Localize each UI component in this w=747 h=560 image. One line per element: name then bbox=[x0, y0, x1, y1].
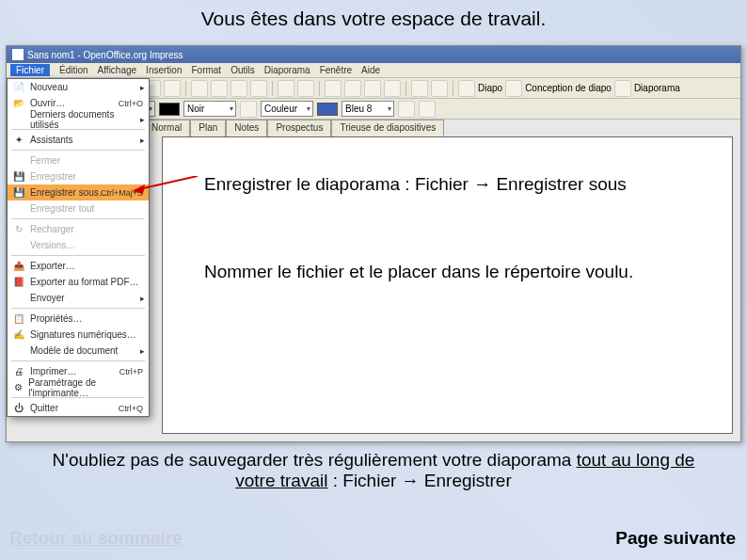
dd-envoyer[interactable]: Envoyer bbox=[8, 290, 149, 306]
dd-exporter[interactable]: 📤Exporter… bbox=[8, 258, 149, 274]
reminder-text: N'oubliez pas de sauvegarder très réguli… bbox=[38, 450, 709, 491]
doc-icon bbox=[12, 49, 24, 60]
print-icon: 🖨 bbox=[11, 365, 26, 378]
tb-color-name-1[interactable]: Noir bbox=[183, 101, 236, 117]
dd-enregistrer-tout[interactable]: Enregistrer tout bbox=[8, 200, 149, 216]
export-icon: 📤 bbox=[11, 260, 26, 273]
slide-canvas: Enregistrer le diaporama : Fichier → Enr… bbox=[162, 136, 733, 434]
tb-slideshow-icon[interactable] bbox=[614, 80, 631, 97]
separator bbox=[453, 81, 453, 96]
tab-plan[interactable]: Plan bbox=[190, 120, 226, 136]
nav-prev-link[interactable]: Retour au sommaire bbox=[9, 528, 183, 549]
printer-settings-icon: ⚙ bbox=[11, 381, 24, 394]
tb-diapo-label[interactable]: Diapo bbox=[478, 83, 502, 93]
tb-undo-icon[interactable] bbox=[278, 80, 294, 97]
separator bbox=[319, 81, 320, 96]
separator bbox=[272, 81, 273, 96]
svg-marker-1 bbox=[132, 184, 145, 194]
tb-diapo-icon[interactable] bbox=[458, 80, 475, 97]
menu-affichage[interactable]: Affichage bbox=[98, 65, 137, 75]
menu-format[interactable]: Format bbox=[191, 65, 221, 75]
tb-grid-icon[interactable] bbox=[419, 101, 436, 118]
slide-title: Vous êtes dans votre espace de travail. bbox=[0, 8, 747, 30]
dd-proprietes[interactable]: 📋Propriétés… bbox=[8, 311, 149, 327]
menu-insertion[interactable]: Insertion bbox=[146, 65, 182, 75]
tb-autospell-icon[interactable] bbox=[164, 80, 181, 97]
tb-fill-type[interactable]: Couleur bbox=[261, 101, 313, 117]
tb-conception-label[interactable]: Conception de diapo bbox=[525, 83, 612, 93]
dd-fermer[interactable]: Fermer bbox=[8, 152, 149, 168]
tb-fill-icon[interactable] bbox=[240, 101, 257, 118]
tb-design-icon[interactable] bbox=[505, 80, 522, 97]
signature-icon: ✍ bbox=[11, 328, 26, 342]
instruction-1: Enregistrer le diaporama : Fichier → Enr… bbox=[197, 170, 634, 199]
dd-param-impr[interactable]: ⚙Paramétrage de l'imprimante… bbox=[8, 379, 149, 395]
tb-copy-icon[interactable] bbox=[211, 80, 228, 97]
tb-cut-icon[interactable] bbox=[191, 80, 208, 97]
separator bbox=[11, 218, 145, 219]
menu-aide[interactable]: Aide bbox=[361, 65, 380, 75]
separator bbox=[11, 308, 145, 309]
menu-fenetre[interactable]: Fenêtre bbox=[320, 65, 352, 75]
tb-shadow-icon[interactable] bbox=[398, 101, 415, 118]
menu-edition[interactable]: Édition bbox=[59, 65, 88, 75]
fichier-dropdown: 📄Nouveau 📂Ouvrir…Ctrl+O Derniers documen… bbox=[7, 78, 150, 417]
quit-icon: ⏻ bbox=[11, 402, 26, 415]
new-doc-icon: 📄 bbox=[11, 81, 26, 94]
properties-icon: 📋 bbox=[11, 312, 26, 326]
view-tabs: Normal Plan Notes Prospectus Trieuse de … bbox=[143, 120, 444, 136]
menu-fichier[interactable]: Fichier bbox=[10, 64, 50, 76]
tb-redo-icon[interactable] bbox=[297, 80, 314, 97]
instruction-2: Nommer le fichier et le placer dans le r… bbox=[197, 258, 641, 286]
dd-nouveau[interactable]: 📄Nouveau bbox=[8, 79, 149, 95]
tb-link-icon[interactable] bbox=[364, 80, 381, 97]
menu-diaporama[interactable]: Diaporama bbox=[264, 65, 310, 75]
menubar[interactable]: Fichier Édition Affichage Insertion Form… bbox=[7, 63, 740, 78]
nav-next-link[interactable]: Page suivante bbox=[615, 528, 736, 549]
tb-fill-color[interactable] bbox=[317, 103, 338, 116]
dd-versions[interactable]: Versions… bbox=[8, 237, 149, 253]
open-folder-icon: 📂 bbox=[11, 97, 26, 110]
wizard-icon: ✦ bbox=[11, 134, 26, 147]
dd-signatures[interactable]: ✍Signatures numériques… bbox=[8, 327, 149, 343]
reload-icon: ↻ bbox=[11, 223, 26, 236]
separator bbox=[11, 255, 145, 256]
tab-prospectus[interactable]: Prospectus bbox=[267, 120, 331, 136]
pdf-icon: 📕 bbox=[11, 276, 26, 289]
dd-quitter[interactable]: ⏻QuitterCtrl+Q bbox=[8, 400, 149, 416]
tab-notes[interactable]: Notes bbox=[226, 120, 267, 136]
separator bbox=[11, 150, 145, 151]
dd-recents[interactable]: Derniers documents utilisés bbox=[8, 111, 149, 127]
save-as-icon: 💾 bbox=[11, 186, 26, 200]
tab-normal[interactable]: Normal bbox=[143, 120, 190, 136]
tb-nav-icon[interactable] bbox=[384, 80, 401, 97]
tb-line-color[interactable] bbox=[159, 103, 180, 116]
tb-diaporama-label[interactable]: Diaporama bbox=[634, 83, 680, 93]
dd-export-pdf[interactable]: 📕Exporter au format PDF… bbox=[8, 274, 149, 290]
tb-help-icon[interactable] bbox=[431, 80, 448, 97]
app-screenshot: Sans nom1 - OpenOffice.org Impress Fichi… bbox=[6, 45, 741, 442]
separator bbox=[405, 81, 406, 96]
tb-brush-icon[interactable] bbox=[250, 80, 267, 97]
dd-enregistrer-sous[interactable]: 💾Enregistrer sous…Ctrl+Maj+S bbox=[8, 184, 149, 200]
window-titlebar: Sans nom1 - OpenOffice.org Impress bbox=[7, 46, 740, 63]
dd-assistants[interactable]: ✦Assistants bbox=[8, 132, 149, 148]
menu-outils[interactable]: Outils bbox=[230, 65, 255, 75]
tb-zoom-icon[interactable] bbox=[411, 80, 428, 97]
tab-trieuse[interactable]: Trieuse de diapositives bbox=[331, 120, 444, 136]
tb-paste-icon[interactable] bbox=[230, 80, 247, 97]
dd-recharger[interactable]: ↻Recharger bbox=[8, 221, 149, 237]
dd-enregistrer[interactable]: 💾Enregistrer bbox=[8, 168, 149, 184]
separator bbox=[11, 360, 145, 361]
dd-modele[interactable]: Modèle de document bbox=[8, 343, 149, 359]
tb-table-icon[interactable] bbox=[344, 80, 361, 97]
save-icon: 💾 bbox=[11, 170, 26, 184]
arrow-annotation bbox=[132, 176, 198, 195]
window-title: Sans nom1 - OpenOffice.org Impress bbox=[27, 50, 183, 60]
tb-color-name-2[interactable]: Bleu 8 bbox=[342, 101, 394, 117]
svg-line-0 bbox=[139, 176, 198, 189]
tb-chart-icon[interactable] bbox=[325, 80, 342, 97]
separator bbox=[185, 81, 186, 96]
